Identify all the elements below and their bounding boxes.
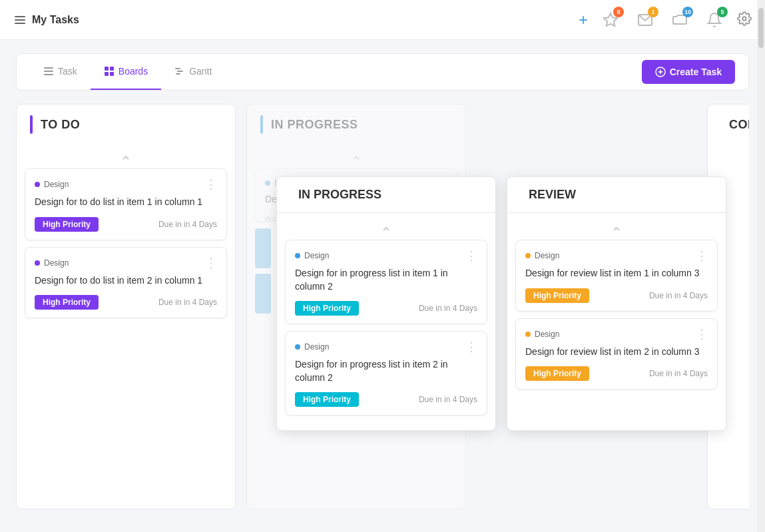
ip-popup-card-1-footer: High Priority Due in in 4 Days [295,301,477,316]
mail-button[interactable]: 1 [633,8,657,32]
todo-card-2-priority: High Priority [35,295,99,310]
todo-card-1-priority: High Priority [35,217,99,232]
chevron-up-icon-pip [381,224,391,234]
vertical-scrollbar[interactable] [757,0,765,532]
star-button[interactable]: 8 [599,8,623,32]
review-popup-card-1-header: Design ⋮ [525,250,708,262]
popup-review-body[interactable]: Design ⋮ Design for review list in item … [507,213,726,404]
ip-popup-card-2-footer: High Priority Due in in 4 Days [295,392,477,407]
review-popup-card-2-menu[interactable]: ⋮ [696,328,708,340]
svg-rect-11 [105,72,109,76]
boards-tab-icon [104,66,115,77]
bell-badge: 5 [717,7,728,17]
folder-button[interactable]: 10 [668,8,692,32]
review-popup-card-2-dot [525,332,531,337]
todo-card-1-label: Design [35,180,69,189]
todo-card-2: Design ⋮ Design for to do list in item 2… [25,247,227,319]
todo-card-1-due: Due in in 4 Days [158,220,217,229]
todo-card-2-title: Design for to do list in item 2 in colum… [35,274,217,288]
create-task-icon [655,67,666,77]
todo-card-1-header: Design ⋮ [35,178,217,190]
todo-card-1-dot [35,182,40,187]
review-popup-card-1-priority: High Priority [525,288,589,303]
bell-button[interactable]: 5 [702,8,726,32]
review-popup-card-2: Design ⋮ Design for review list in item … [515,318,718,390]
star-badge: 8 [613,7,624,17]
svg-rect-2 [15,23,25,24]
scrollbar-thumb[interactable] [758,8,764,48]
review-popup-card-2-due: Due in in 4 Days [649,369,708,378]
todo-card-1-footer: High Priority Due in in 4 Days [35,217,217,232]
scroll-indicator-pip [285,221,487,240]
column-inprogress-header: IN PROGRESS [246,104,466,144]
review-popup-card-1-menu[interactable]: ⋮ [696,250,708,262]
ip-popup-card-2-due: Due in in 4 Days [419,395,477,404]
svg-rect-10 [110,67,114,71]
tab-boards[interactable]: Boards [91,54,161,90]
ip-popup-card-2-dot [295,344,300,350]
ip-popup-card-1-due: Due in in 4 Days [419,304,477,313]
review-popup-card-1-title: Design for review list in item 1 in colu… [525,267,708,280]
review-popup-card-1: Design ⋮ Design for review list in item … [515,240,718,312]
navbar-left: My Tasks [13,13,79,27]
popup-inprogress: IN PROGRESS Design [276,176,496,431]
todo-card-2-menu[interactable]: ⋮ [205,257,217,269]
column-todo: TO DO Design [16,104,236,509]
review-popup-card-1-footer: High Priority Due in in 4 Days [525,288,708,303]
main-content: Task Boards [0,40,765,532]
todo-card-1-title: Design for to do list in item 1 in colum… [35,196,217,209]
ip-popup-card-2-menu[interactable]: ⋮ [465,341,477,353]
todo-card-2-label: Design [35,258,69,268]
column-todo-body[interactable]: Design ⋮ Design for to do list in item 1… [16,144,236,509]
popup-review-header: REVIEW [507,177,726,213]
ip-popup-card-1-title: Design for in progress list in item 1 in… [295,267,477,293]
folder-badge: 10 [682,7,693,17]
svg-rect-6 [44,67,53,69]
svg-rect-15 [176,73,180,75]
svg-rect-1 [15,19,25,21]
task-tab-icon [43,66,54,77]
app-title: My Tasks [32,14,79,26]
create-task-button[interactable]: Create Task [642,60,735,84]
tab-gantt[interactable]: Gantt [161,54,225,90]
todo-card-1-menu[interactable]: ⋮ [205,178,217,190]
popup-review: REVIEW Design [507,176,726,431]
review-popup-card-1-dot [525,253,531,258]
ip-popup-card-1-label: Design [295,251,329,260]
review-popup-card-1-label: Design [525,251,559,260]
svg-rect-8 [44,74,53,75]
menu-icon [13,13,27,27]
scroll-indicator-pr [515,221,718,240]
ip-popup-card-1-menu[interactable]: ⋮ [465,250,477,262]
svg-rect-12 [110,72,114,76]
chevron-up-icon-pr [611,224,622,234]
ip-popup-card-1: Design ⋮ Design for in progress list in … [285,240,487,324]
column-todo-header: TO DO [16,104,236,144]
popup-inprogress-header: IN PROGRESS [277,177,495,213]
ip-popup-card-2-label: Design [295,342,329,352]
navbar: My Tasks + 8 1 10 [0,0,765,40]
review-popup-card-1-due: Due in in 4 Days [649,291,708,300]
svg-rect-9 [105,67,109,71]
mail-badge: 1 [648,7,658,17]
popup-inprogress-body[interactable]: Design ⋮ Design for in progress list in … [277,213,495,430]
svg-rect-0 [15,16,25,17]
gantt-tab-icon [174,66,185,77]
navbar-right: + 8 1 10 [579,8,752,32]
scroll-indicator-todo [25,150,227,168]
add-button[interactable]: + [579,12,588,28]
svg-rect-13 [175,68,180,69]
todo-card-1: Design ⋮ Design for to do list in item 1… [25,168,227,240]
tab-bar: Task Boards [30,54,225,90]
review-popup-card-2-title: Design for review list in item 2 in colu… [525,346,708,359]
gear-icon [737,11,752,26]
chevron-up-icon-ip [351,152,362,163]
ip-partial-2 [255,228,271,268]
tab-task[interactable]: Task [30,54,91,90]
review-accent [491,115,493,134]
ip-card-partial-dot [265,180,270,186]
column-review-header: REVIEW [477,104,696,144]
settings-button[interactable] [737,11,752,28]
svg-point-5 [742,17,746,21]
todo-card-2-dot [35,260,40,266]
